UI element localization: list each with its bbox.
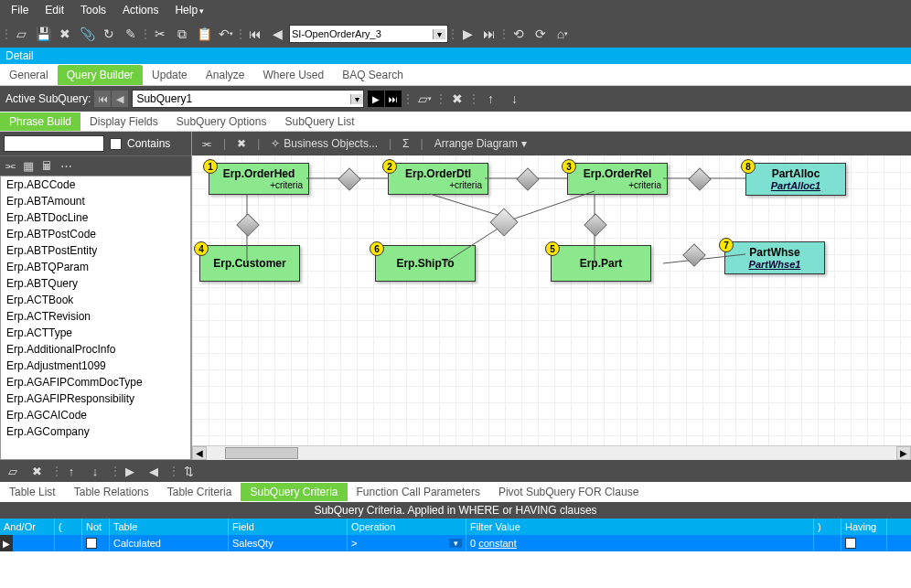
cell-andor[interactable] — [13, 535, 55, 551]
list-item[interactable]: Erp.ACTBook — [1, 292, 190, 308]
node-orderdtl[interactable]: Erp.OrderDtl +criteria — [388, 163, 488, 195]
canvas-del-icon[interactable]: ✖ — [231, 135, 252, 152]
criteria-grid-row[interactable]: ▶ Calculated SalesQty >▾ 0 constant — [0, 535, 911, 551]
attach-icon[interactable]: 📎 — [77, 24, 97, 44]
list-item[interactable]: Erp.ABTQuery — [1, 275, 190, 292]
clear-icon[interactable]: ✎ — [121, 24, 141, 44]
nav-right-icon[interactable]: ▶ — [121, 463, 139, 479]
list-item[interactable]: Erp.ABTPostCode — [1, 226, 190, 242]
tab-pivot[interactable]: Pivot SubQuery FOR Clause — [489, 483, 648, 501]
nav-last-icon[interactable]: ⏭ — [479, 24, 499, 44]
sq-last-icon[interactable]: ⏭ — [385, 91, 402, 107]
scroll-right-icon[interactable]: ▶ — [896, 446, 911, 460]
sigma-icon[interactable]: Σ — [397, 135, 414, 152]
delete-row-icon[interactable]: ✖ — [27, 463, 46, 479]
nav-next-icon[interactable]: ▶ — [457, 24, 477, 44]
list-item[interactable]: Erp.ABTDocLine — [1, 209, 190, 226]
list-item[interactable]: Erp.ABCCode — [1, 176, 190, 193]
sq-moveup-icon[interactable]: ↑ — [480, 89, 500, 109]
col-having[interactable]: Having — [841, 519, 887, 535]
cut-icon[interactable]: ✂ — [150, 24, 170, 44]
copy-icon[interactable]: ⧉ — [172, 24, 192, 44]
join-diamond[interactable] — [584, 213, 606, 236]
not-checkbox[interactable] — [86, 538, 97, 549]
link-icon[interactable]: ⫘ — [4, 159, 16, 173]
cell-table[interactable]: Calculated — [110, 535, 229, 551]
tab-table-criteria[interactable]: Table Criteria — [158, 483, 241, 501]
home-icon[interactable]: ⌂▾ — [552, 24, 573, 44]
tab-query-builder[interactable]: Query Builder — [58, 65, 143, 85]
display-fields-tab[interactable]: Display Fields — [80, 112, 167, 131]
scroll-left-icon[interactable]: ◀ — [192, 446, 207, 460]
list-item[interactable]: Erp.AGAFIPResponsibility — [1, 390, 190, 407]
subquery-list-tab[interactable]: SubQuery List — [275, 112, 363, 131]
join-diamond[interactable] — [688, 167, 711, 190]
list-item[interactable]: Erp.Adjustment1099 — [1, 358, 190, 374]
query-selector[interactable]: SI-OpenOrderAry_3 ▾ — [289, 25, 448, 43]
join-diamond[interactable] — [338, 167, 360, 190]
having-checkbox[interactable] — [845, 538, 856, 549]
tab-analyze[interactable]: Analyze — [197, 65, 254, 85]
node-orderhed[interactable]: Erp.OrderHed +criteria — [209, 163, 309, 195]
col-open-paren[interactable]: ( — [55, 519, 82, 535]
diagram-canvas[interactable]: 1 Erp.OrderHed +criteria 2 Erp.OrderDtl … — [192, 155, 911, 445]
tab-update[interactable]: Update — [143, 65, 197, 85]
join-diamond[interactable] — [236, 213, 259, 236]
cell-paren-open[interactable] — [55, 535, 82, 551]
nav-back-icon[interactable]: ⟲ — [509, 24, 529, 44]
col-table[interactable]: Table — [110, 519, 229, 535]
col-filter-value[interactable]: Filter Value — [466, 519, 814, 535]
col-andor[interactable]: And/Or — [0, 519, 55, 535]
tab-general[interactable]: General — [0, 65, 58, 85]
menu-tools[interactable]: Tools — [73, 2, 113, 18]
node-shipto[interactable]: Erp.ShipTo — [375, 245, 476, 282]
table-search-input[interactable] — [4, 135, 104, 152]
col-not[interactable]: Not — [82, 519, 110, 535]
menu-help[interactable]: Help▾ — [167, 2, 211, 18]
arrange-diagram-button[interactable]: Arrange Diagram▾ — [429, 135, 532, 152]
join-diamond-multi[interactable] — [489, 208, 518, 236]
tab-function-call[interactable]: Function Call Parameters — [348, 483, 489, 501]
sq-new-icon[interactable]: ▱▾ — [414, 89, 434, 109]
cell-paren-close[interactable] — [814, 535, 841, 551]
menu-file[interactable]: File — [4, 2, 36, 18]
tab-where-used[interactable]: Where Used — [253, 65, 333, 85]
list-item[interactable]: Erp.ABTPostEntity — [1, 242, 190, 259]
moveup-icon[interactable]: ↑ — [62, 463, 80, 479]
cell-operation[interactable]: >▾ — [348, 535, 466, 551]
nav-left-icon[interactable]: ◀ — [145, 463, 163, 479]
calc-icon[interactable]: 🖩 — [41, 159, 53, 173]
list-item[interactable]: Erp.AGCompany — [1, 423, 190, 440]
list-item[interactable]: Erp.AGCAICode — [1, 407, 190, 423]
node-orderrel[interactable]: Erp.OrderRel +criteria — [567, 163, 668, 195]
join-diamond[interactable] — [682, 243, 705, 266]
cell-field[interactable]: SalesQty — [229, 535, 348, 551]
col-field[interactable]: Field — [229, 519, 348, 535]
subquery-selector[interactable]: SubQuery1 ▾ — [132, 90, 364, 108]
col-operation[interactable]: Operation — [348, 519, 466, 535]
menu-actions[interactable]: Actions — [115, 2, 166, 18]
subquery-options-tab[interactable]: SubQuery Options — [167, 112, 276, 131]
new-row-icon[interactable]: ▱ — [4, 463, 22, 479]
sq-movedown-icon[interactable]: ↓ — [504, 89, 524, 109]
movedown-icon[interactable]: ↓ — [86, 463, 104, 479]
menu-edit[interactable]: Edit — [38, 2, 71, 18]
node-partalloc[interactable]: PartAlloc PartAlloc1 — [745, 163, 846, 196]
list-item[interactable]: Erp.ABTQParam — [1, 259, 190, 275]
tab-table-list[interactable]: Table List — [0, 483, 65, 501]
sq-prev-icon[interactable]: ◀ — [112, 91, 128, 107]
phrase-build-tab[interactable]: Phrase Build — [0, 112, 80, 131]
table-list[interactable]: Erp.ABCCode Erp.ABTAmount Erp.ABTDocLine… — [0, 176, 191, 460]
sq-delete-icon[interactable]: ✖ — [447, 89, 467, 109]
sq-next-icon[interactable]: ▶ — [368, 91, 384, 107]
more-icon[interactable]: ⋯ — [60, 159, 72, 173]
cell-filter-value[interactable]: 0 constant — [466, 535, 814, 551]
cell-not[interactable] — [82, 535, 110, 551]
refresh-icon[interactable]: ↻ — [99, 24, 119, 44]
node-part[interactable]: Erp.Part — [551, 245, 651, 282]
delete-icon[interactable]: ✖ — [55, 24, 75, 44]
nav-fwd-icon[interactable]: ⟳ — [531, 24, 551, 44]
new-icon[interactable]: ▱ — [11, 24, 31, 44]
nav-first-icon[interactable]: ⏮ — [245, 24, 265, 44]
undo-icon[interactable]: ↶▾ — [216, 24, 236, 44]
